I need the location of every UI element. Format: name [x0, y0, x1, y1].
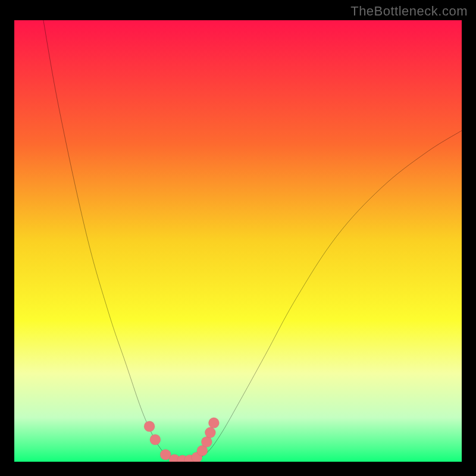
data-marker [208, 418, 219, 428]
watermark-text: TheBottleneck.com [350, 4, 468, 19]
data-marker [150, 434, 161, 445]
bottleneck-curve-chart [14, 20, 462, 462]
data-marker [144, 421, 155, 432]
data-marker [201, 437, 212, 447]
gradient-background [14, 20, 462, 462]
plot-area [14, 20, 462, 462]
data-marker [205, 427, 215, 438]
chart-container: TheBottleneck.com [0, 0, 476, 476]
